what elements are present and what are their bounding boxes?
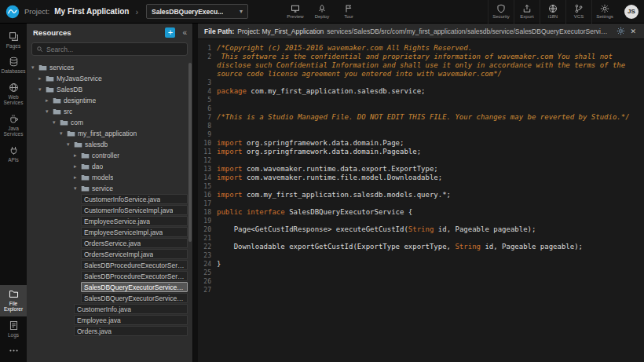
settings-button[interactable]: Settings: [591, 0, 617, 24]
tree-item-my-first-application[interactable]: ▾my_first_application: [60, 128, 188, 138]
code-line[interactable]: 23: [198, 251, 644, 260]
tree-item-models[interactable]: ▸models: [74, 172, 188, 182]
code-line[interactable]: 20 Page<GetCustIdResponse> executeGetCus…: [198, 225, 644, 234]
code-line[interactable]: 1/*Copyright (c) 2015-2016 wavemaker.com…: [198, 44, 644, 53]
caret-down-icon[interactable]: ▾: [53, 119, 60, 126]
tree-item-ordersservice-java[interactable]: OrdersService.java: [81, 238, 188, 248]
rail-item-java-services[interactable]: Java Services: [0, 110, 27, 141]
artifact-dropdown[interactable]: SalesDBQueryExecu... ▾: [146, 4, 248, 19]
code-line[interactable]: 7/*This is a Studio Managed File. DO NOT…: [198, 113, 644, 122]
line-number: 16: [198, 191, 217, 199]
tree-item-employee-java[interactable]: Employee.java: [74, 315, 188, 325]
rail-item-apis[interactable]: APIs: [0, 141, 27, 166]
tree-item-ordersserviceimpl-java[interactable]: OrdersServiceImpl.java: [81, 249, 188, 259]
tree-item-orders-java[interactable]: Orders.java: [74, 326, 188, 336]
tree-item-customerinfoserviceimpl-java[interactable]: CustomerInfoServiceImpl.java: [81, 205, 188, 215]
tree-item-src[interactable]: ▾src: [46, 106, 188, 116]
code-line[interactable]: 5: [198, 96, 644, 104]
code-line[interactable]: 8: [198, 122, 644, 130]
code-line[interactable]: 26: [198, 277, 644, 286]
tree-item-label: OrdersServiceImpl.java: [84, 250, 153, 258]
code-line[interactable]: 18public interface SalesDBQueryExecutorS…: [198, 208, 644, 217]
security-button[interactable]: Security: [488, 0, 514, 24]
resources-header: Resources + «: [27, 24, 192, 39]
code-line[interactable]: 21: [198, 234, 644, 243]
i18n-button[interactable]: i18N: [540, 0, 565, 24]
tree-item-customerinfoservice-java[interactable]: CustomerInfoService.java: [81, 194, 188, 204]
caret-down-icon[interactable]: ▾: [46, 108, 53, 115]
code-line[interactable]: 16import com.my_first_application.salesd…: [198, 191, 644, 199]
code-line[interactable]: 6: [198, 104, 644, 113]
tree-item-salesdbqueryexecutorservice-java[interactable]: SalesDBQueryExecutorService.java: [81, 282, 188, 292]
export-button[interactable]: Export: [514, 0, 540, 24]
caret-right-icon[interactable]: ▸: [46, 97, 53, 104]
tree-item-customerinfo-java[interactable]: CustomerInfo.java: [74, 304, 188, 314]
code-line[interactable]: 11import org.springframework.data.domain…: [198, 148, 644, 156]
rail-item-logs[interactable]: Logs: [0, 316, 27, 342]
rail-item-more[interactable]: [0, 342, 27, 360]
code-line[interactable]: 3: [198, 79, 644, 87]
tree-item-com[interactable]: ▾com: [53, 117, 188, 127]
rail-item-file-explorer[interactable]: File Explorer: [0, 285, 27, 316]
code-line[interactable]: 10import org.springframework.data.domain…: [198, 139, 644, 148]
add-resource-button[interactable]: +: [165, 27, 175, 38]
code-editor[interactable]: 1/*Copyright (c) 2015-2016 wavemaker.com…: [198, 39, 644, 362]
line-number: 17: [198, 199, 217, 208]
tree-item-services[interactable]: ▾services: [31, 62, 188, 72]
resources-panel: Resources + « ▾services▸MyJavaService▾Sa…: [27, 24, 193, 362]
code-line[interactable]: 4package com.my_first_application.salesd…: [198, 87, 644, 96]
code-line[interactable]: 12: [198, 156, 644, 165]
tree-item-dao[interactable]: ▸dao: [74, 161, 188, 171]
line-number: 26: [198, 277, 217, 286]
preview-button[interactable]: Preview: [282, 0, 309, 24]
tree-item-designtime[interactable]: ▸designtime: [46, 95, 188, 105]
caret-right-icon[interactable]: ▸: [74, 152, 81, 159]
rail-item-pages[interactable]: Pages: [0, 27, 27, 53]
caret-right-icon[interactable]: ▸: [74, 163, 81, 170]
caret-down-icon[interactable]: ▾: [74, 185, 81, 192]
code-line[interactable]: 22 Downloadable exportGetCustId(ExportTy…: [198, 243, 644, 251]
line-number: 27: [198, 286, 217, 294]
rail-item-databases[interactable]: Databases: [0, 53, 27, 78]
code-line[interactable]: 9: [198, 130, 644, 139]
collapse-panel-button[interactable]: «: [180, 28, 189, 37]
caret-down-icon[interactable]: ▾: [60, 130, 67, 137]
caret-right-icon[interactable]: ▸: [38, 75, 46, 82]
deploy-button[interactable]: Deploy: [309, 0, 335, 24]
tree-item-salesdbprocedureexecutorserviceimpl-java[interactable]: SalesDBProcedureExecutorServiceImpl.java: [81, 271, 188, 281]
tree-item-salesdb[interactable]: ▾SalesDB: [38, 84, 188, 94]
code-line[interactable]: 2 This software is the confidential and …: [198, 53, 644, 79]
tree-item-employeeservice-java[interactable]: EmployeeService.java: [81, 216, 188, 226]
code-line[interactable]: 15: [198, 182, 644, 191]
tree-item-controller[interactable]: ▸controller: [74, 150, 188, 160]
tree-item-salesdbprocedureexecutorservice-java[interactable]: SalesDBProcedureExecutorService.java: [81, 260, 188, 270]
caret-down-icon[interactable]: ▾: [31, 64, 38, 71]
code-line[interactable]: 13import com.wavemaker.runtime.data.expo…: [198, 165, 644, 174]
code-line-text: [217, 286, 644, 294]
tree-item-service[interactable]: ▾service: [74, 183, 188, 193]
tree-item-salesdbqueryexecutorserviceimpl-java[interactable]: SalesDBQueryExecutorServiceImpl.java: [81, 293, 188, 303]
code-line[interactable]: 24}: [198, 260, 644, 269]
caret-down-icon[interactable]: ▾: [67, 141, 74, 148]
code-line[interactable]: 25: [198, 269, 644, 277]
user-avatar[interactable]: JS: [624, 5, 639, 19]
preview-icon: [291, 4, 300, 13]
code-line[interactable]: 19: [198, 217, 644, 225]
search-input[interactable]: [46, 46, 183, 53]
close-file-button[interactable]: ✕: [628, 27, 638, 35]
tour-button[interactable]: Tour: [335, 0, 362, 24]
code-line[interactable]: 27: [198, 286, 644, 294]
code-line[interactable]: 14import com.wavemaker.runtime.file.mode…: [198, 174, 644, 182]
file-settings-gear-icon[interactable]: [617, 27, 625, 35]
tree-scrollbar[interactable]: [188, 63, 192, 242]
vcs-button[interactable]: VCS: [565, 0, 591, 24]
rail-item-web-services[interactable]: Web Services: [0, 79, 27, 110]
caret-down-icon[interactable]: ▾: [38, 86, 46, 93]
code-line[interactable]: 17: [198, 199, 644, 208]
folder-icon: [67, 130, 75, 137]
tree-item-myjavaservice[interactable]: ▸MyJavaService: [38, 73, 188, 83]
wavemaker-logo-icon[interactable]: [5, 5, 20, 19]
caret-right-icon[interactable]: ▸: [74, 174, 81, 181]
tree-item-employeeserviceimpl-java[interactable]: EmployeeServiceImpl.java: [81, 227, 188, 237]
tree-item-salesdb[interactable]: ▾salesdb: [67, 139, 188, 149]
